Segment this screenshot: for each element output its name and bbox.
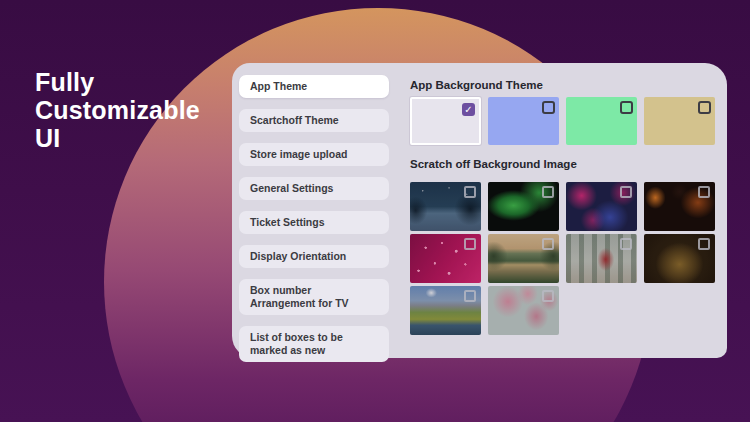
tan-theme-swatch-checkbox[interactable] [698, 101, 711, 114]
scratch-image-grid [410, 182, 727, 335]
scratch-image-golden-christmas-tree-checkbox[interactable] [698, 238, 710, 250]
sidebar-item-scartchoff-theme[interactable]: Scartchoff Theme [239, 109, 389, 132]
sidebar-item-display-orientation[interactable]: Display Orientation [239, 245, 389, 268]
scratch-image-halloween-fire[interactable] [644, 182, 715, 231]
headline-line-2: Customizable [35, 96, 200, 124]
scratch-image-halloween-fire-checkbox[interactable] [698, 186, 710, 198]
scratch-image-alpine-meadow-lake-checkbox[interactable] [464, 290, 476, 302]
headline: Fully Customizable UI [35, 68, 200, 152]
settings-panel: App ThemeScartchoff ThemeStore image upl… [232, 63, 727, 358]
sidebar-item-general-settings[interactable]: General Settings [239, 177, 389, 200]
scratch-image-snowy-night-forest-checkbox[interactable] [464, 186, 476, 198]
scratch-image-purple-swirl-checkbox[interactable] [620, 186, 632, 198]
green-theme-swatch[interactable] [566, 97, 637, 145]
blue-theme-swatch-checkbox[interactable] [542, 101, 555, 114]
scratch-off-background-title: Scratch off Background Image [410, 158, 727, 170]
headline-line-3: UI [35, 124, 200, 152]
marketing-slide: Fully Customizable UI App ThemeScartchof… [0, 0, 750, 422]
scratch-image-alpine-meadow-lake[interactable] [410, 286, 481, 335]
sidebar-item-ticket-settings[interactable]: Ticket Settings [239, 211, 389, 234]
scratch-image-santa-sleigh-snow-checkbox[interactable] [620, 238, 632, 250]
scratch-image-cherry-blossoms[interactable] [488, 286, 559, 335]
green-theme-swatch-checkbox[interactable] [620, 101, 633, 114]
tan-theme-swatch[interactable] [644, 97, 715, 145]
scratch-image-cherry-blossoms-checkbox[interactable] [542, 290, 554, 302]
sidebar-item-store-image-upload[interactable]: Store image upload [239, 143, 389, 166]
app-background-theme-title: App Background Theme [410, 79, 727, 91]
settings-sidebar: App ThemeScartchoff ThemeStore image upl… [232, 63, 395, 358]
scratch-image-pink-sparkles[interactable] [410, 234, 481, 283]
scratch-image-mountain-river-sunset[interactable] [488, 234, 559, 283]
theme-swatch-row: ✓ [410, 97, 727, 145]
sidebar-item-boxes-marked-as-new[interactable]: List of boxes to be marked as new [239, 326, 389, 362]
settings-content: App Background Theme ✓ Scratch off Backg… [395, 63, 727, 358]
white-theme-swatch[interactable]: ✓ [410, 97, 481, 145]
scratch-image-purple-swirl[interactable] [566, 182, 637, 231]
scratch-image-mountain-river-sunset-checkbox[interactable] [542, 238, 554, 250]
blue-theme-swatch[interactable] [488, 97, 559, 145]
scratch-image-pink-sparkles-checkbox[interactable] [464, 238, 476, 250]
scratch-image-golden-christmas-tree[interactable] [644, 234, 715, 283]
sidebar-item-box-number-arrangement[interactable]: Box number Arrangement for TV [239, 279, 389, 315]
scratch-image-green-aurora[interactable] [488, 182, 559, 231]
white-theme-swatch-checkbox-checked[interactable]: ✓ [462, 103, 475, 116]
headline-line-1: Fully [35, 68, 200, 96]
scratch-image-snowy-night-forest[interactable] [410, 182, 481, 231]
scratch-image-green-aurora-checkbox[interactable] [542, 186, 554, 198]
sidebar-item-app-theme[interactable]: App Theme [239, 75, 389, 98]
scratch-image-santa-sleigh-snow[interactable] [566, 234, 637, 283]
